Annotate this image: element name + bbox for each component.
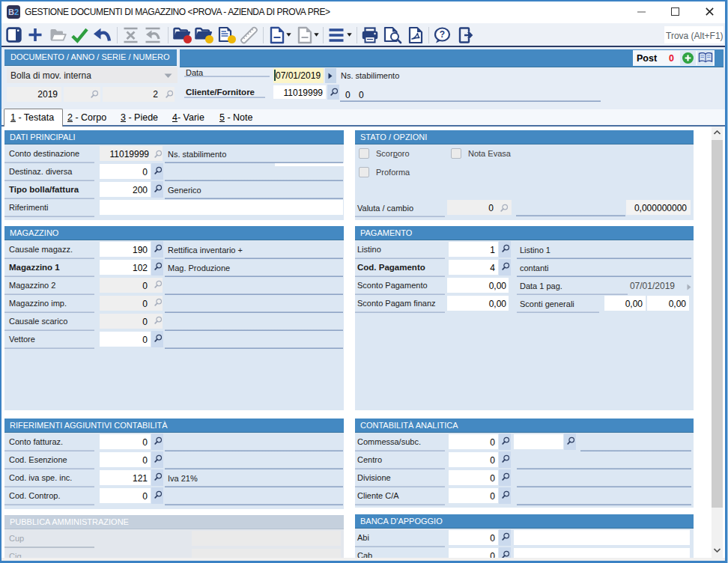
svg-text:?: ? <box>440 29 445 40</box>
